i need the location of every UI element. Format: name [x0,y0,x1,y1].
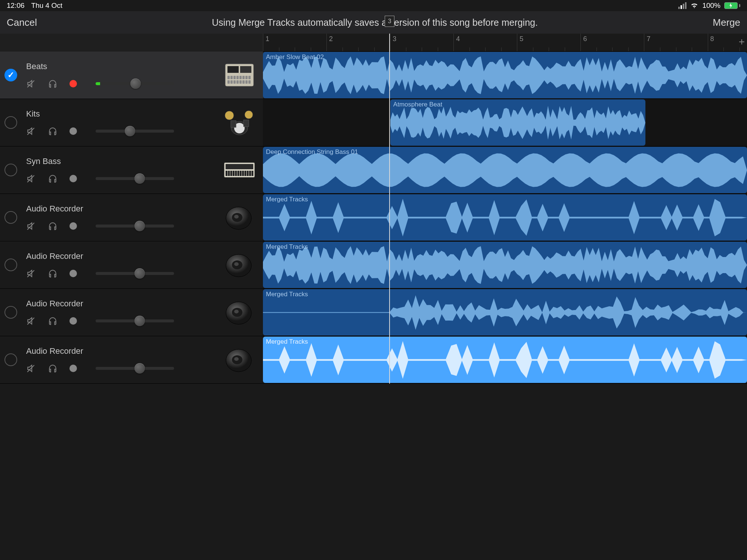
mute-icon[interactable] [26,126,36,136]
track-select-toggle[interactable] [4,211,17,224]
record-enable-toggle[interactable] [69,222,77,230]
svg-rect-17 [242,80,245,84]
track-select-toggle[interactable] [4,259,17,271]
timeline-lane[interactable]: Merged Tracks [263,241,747,289]
svg-rect-31 [228,171,230,176]
audio-region[interactable]: Amber Slow Beat 02 [263,52,747,98]
svg-rect-30 [226,171,227,176]
add-track-button[interactable]: + [739,36,745,48]
headphones-icon[interactable] [48,269,58,278]
status-bar: 12:06 Thu 4 Oct 100% [0,0,747,11]
playhead-flag[interactable]: 3 [385,16,394,27]
instrument-icon[interactable] [223,344,255,376]
headphones-icon[interactable] [48,316,58,326]
instrument-icon[interactable] [223,249,255,281]
svg-point-21 [225,111,234,120]
audio-region[interactable]: Merged Tracks [263,289,747,335]
svg-rect-3 [240,66,251,73]
battery-icon [724,2,740,9]
instrument-icon[interactable] [223,201,255,233]
region-label: Deep Connection String Bass 01 [266,148,358,156]
volume-slider[interactable] [96,130,174,133]
track-row[interactable]: ✓ Beats [0,52,263,99]
track-name-label: Beats [26,62,223,71]
ruler-bar-mark: 5 [517,34,523,51]
volume-slider[interactable] [96,177,174,180]
volume-slider[interactable] [96,82,174,85]
mute-icon[interactable] [26,269,36,278]
timeline-lane[interactable]: Merged Tracks [263,194,747,241]
audio-region[interactable]: Merged Tracks [263,337,747,383]
timeline-lane[interactable]: Merged Tracks [263,336,747,384]
wifi-icon [690,3,698,9]
ruler-bar-mark: 2 [326,34,333,51]
timeline-lane[interactable]: Amber Slow Beat 02 [263,52,747,99]
track-name-label: Audio Recorder [26,346,223,356]
timeline-ruler[interactable]: + 12345678 [263,34,747,52]
ruler-bar-mark: 6 [580,34,587,51]
record-enable-toggle[interactable] [69,270,77,277]
record-enable-toggle[interactable] [69,365,77,372]
track-row[interactable]: Audio Recorder [0,194,263,241]
merge-button[interactable]: Merge [713,17,740,28]
cancel-button[interactable]: Cancel [7,17,37,28]
region-label: Amber Slow Beat 02 [266,53,324,61]
svg-rect-34 [235,171,237,176]
headphones-icon[interactable] [48,126,58,136]
audio-region[interactable]: Atmosphere Beat [390,99,645,146]
record-enable-toggle[interactable] [69,80,77,87]
mute-icon[interactable] [26,79,36,89]
cellular-signal-icon [678,2,686,9]
svg-point-53 [234,310,239,313]
instrument-icon[interactable] [223,106,255,139]
track-row[interactable]: Audio Recorder [0,241,263,289]
track-row[interactable]: Audio Recorder [0,289,263,336]
headphones-icon[interactable] [48,363,58,373]
ruler-bar-mark: 1 [263,34,269,51]
svg-rect-12 [227,80,230,84]
track-name-label: Audio Recorder [26,299,223,309]
audio-region[interactable]: Deep Connection String Bass 01 [263,147,747,193]
timeline-lane[interactable]: Atmosphere Beat [263,99,747,146]
track-select-toggle[interactable] [4,306,17,319]
mute-icon[interactable] [26,316,36,326]
instrument-icon[interactable] [223,296,255,328]
battery-percent: 100% [702,1,720,10]
ruler-bar-mark: 4 [453,34,460,51]
mute-icon[interactable] [26,174,36,183]
instrument-icon[interactable] [223,154,255,186]
track-row[interactable]: Audio Recorder [0,336,263,384]
volume-slider[interactable] [96,367,174,370]
navbar-title: Using Merge Tracks automatically saves a… [212,17,538,28]
track-row[interactable]: Kits [0,99,263,146]
svg-rect-39 [247,171,249,176]
record-enable-toggle[interactable] [69,127,77,135]
track-name-label: Audio Recorder [26,204,223,214]
headphones-icon[interactable] [48,79,58,89]
mute-icon[interactable] [26,221,36,231]
playhead[interactable]: 3 [389,34,390,384]
headphones-icon[interactable] [48,174,58,183]
track-row[interactable]: Syn Bass [0,146,263,194]
track-select-toggle[interactable] [4,116,17,129]
track-select-toggle[interactable] [4,353,17,366]
track-name-label: Syn Bass [26,157,223,166]
audio-region[interactable]: Merged Tracks [263,194,747,241]
track-select-toggle[interactable] [4,164,17,176]
mute-icon[interactable] [26,363,36,373]
svg-rect-6 [233,76,236,79]
svg-rect-16 [239,80,242,84]
headphones-icon[interactable] [48,221,58,231]
instrument-icon[interactable] [223,59,255,91]
svg-rect-7 [236,76,239,79]
volume-slider[interactable] [96,272,174,275]
audio-region[interactable]: Merged Tracks [263,242,747,288]
volume-slider[interactable] [96,319,174,322]
record-enable-toggle[interactable] [69,175,77,182]
record-enable-toggle[interactable] [69,317,77,325]
timeline-lane[interactable]: Merged Tracks [263,289,747,336]
volume-slider[interactable] [96,225,174,228]
svg-point-45 [234,215,239,219]
track-select-toggle[interactable]: ✓ [4,69,17,81]
timeline-lane[interactable]: Deep Connection String Bass 01 [263,146,747,194]
